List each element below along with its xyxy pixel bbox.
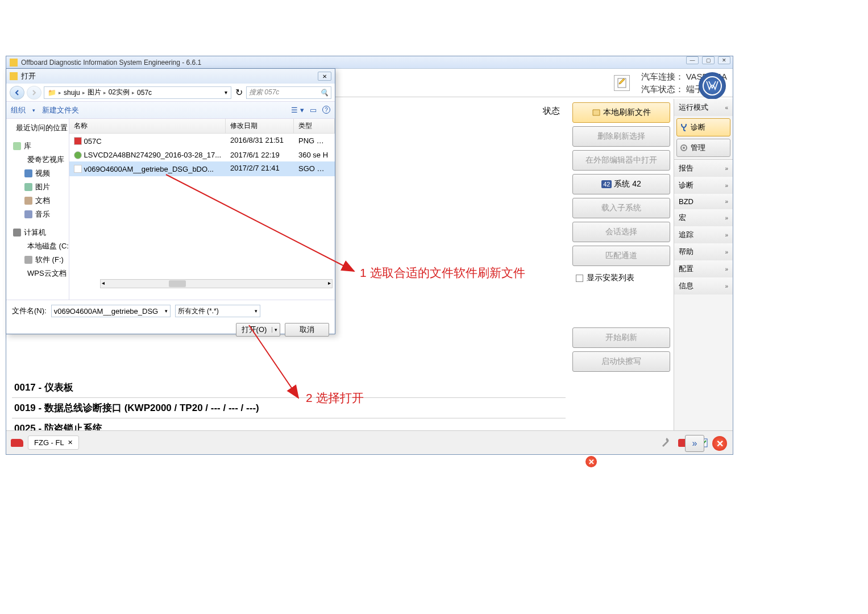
dialog-toolbar: 组织▾ 新建文件夹 ☰ ▾ ▭ ? <box>6 102 335 119</box>
annotation-2: 2 选择打开 <box>306 390 364 406</box>
horizontal-scrollbar[interactable]: ◂ ▸ <box>100 279 333 288</box>
sidebar-trace[interactable]: 追踪» <box>674 226 733 243</box>
minimize-button[interactable]: — <box>686 56 699 64</box>
next-button[interactable]: » <box>685 435 704 452</box>
file-list: 名称 修改日期 类型 057C 2016/8/31 21:51 PNG 图像 L… <box>69 119 335 300</box>
breadcrumb-path[interactable]: 📁 ▸shuju ▸图片 ▸02实例 ▸057c ▾ <box>44 86 231 99</box>
start-flash-button[interactable]: 启动快擦写 <box>572 351 670 372</box>
folder-tree: 最近访问的位置 库 爱奇艺视库 视频 图片 文档 音乐 计算机 本地磁盘 (C:… <box>6 119 69 300</box>
sidebar-run-mode[interactable]: 运行模式« <box>674 99 733 116</box>
tree-recent[interactable]: 最近访问的位置 <box>9 121 67 135</box>
sidebar-config[interactable]: 配置» <box>674 260 733 277</box>
open-external-button[interactable]: 在外部编辑器中打开 <box>572 150 670 171</box>
delete-selection-button[interactable]: 删除刷新选择 <box>572 126 670 147</box>
search-input[interactable]: 搜索 057c 🔍 <box>246 86 331 99</box>
tree-disk-c[interactable]: 本地磁盘 (C:) <box>9 239 67 253</box>
car-icon <box>11 439 23 447</box>
sidebar-bzd[interactable]: BZD» <box>674 194 733 209</box>
svg-point-3 <box>683 147 685 149</box>
tree-disk-f[interactable]: 软件 (F:) <box>9 253 67 267</box>
dialog-nav: 📁 ▸shuju ▸图片 ▸02实例 ▸057c ▾ ↻ 搜索 057c 🔍 <box>6 84 335 102</box>
file-open-dialog: 打开 ✕ 📁 ▸shuju ▸图片 ▸02实例 ▸057c ▾ ↻ 搜索 057… <box>6 68 335 334</box>
tree-wps[interactable]: WPS云文档 <box>9 267 67 280</box>
col-date[interactable]: 修改日期 <box>226 119 294 133</box>
close-button[interactable]: ✕ <box>718 56 730 64</box>
file-row[interactable]: LSVCD2A48BN274290_2016-03-28_17... 2017/… <box>69 148 335 161</box>
tree-library[interactable]: 库 <box>9 139 67 153</box>
module-row[interactable]: 0017 - 仪表板 <box>12 377 566 398</box>
sidebar-macro[interactable]: 宏» <box>674 209 733 226</box>
vw-logo <box>699 72 726 99</box>
session-select-button[interactable]: 会话选择 <box>572 222 670 242</box>
file-row[interactable]: 057C 2016/8/31 21:51 PNG 图像 <box>69 134 335 148</box>
wrench-icon[interactable] <box>659 435 674 450</box>
action-panel: 本地刷新文件 删除刷新选择 在外部编辑器中打开 42 系统 42 载入子系统 会… <box>572 102 670 372</box>
cancel-button[interactable]: 取消 <box>285 323 329 337</box>
show-install-checkbox[interactable]: 显示安装列表 <box>572 269 670 287</box>
bottom-bar: FZG - FL ✕ » ✕ <box>6 430 733 454</box>
tree-documents[interactable]: 文档 <box>9 194 67 208</box>
dialog-titlebar: 打开 ✕ <box>6 69 335 84</box>
open-button[interactable]: 打开(O)▾ <box>236 323 280 337</box>
annotation-1: 1 选取合适的文件软件刷新文件 <box>360 265 525 281</box>
sidebar-admin-button[interactable]: 管理 <box>676 139 730 157</box>
tree-computer[interactable]: 计算机 <box>9 226 67 239</box>
col-type[interactable]: 类型 <box>294 119 335 133</box>
app-icon <box>10 59 18 67</box>
view-menu[interactable]: ☰ ▾ <box>291 106 304 114</box>
filename-label: 文件名(N): <box>12 306 47 316</box>
app-titlebar: Offboard Diagnostic Information System E… <box>6 56 733 69</box>
sidebar-diagnosis-button[interactable]: 诊断 <box>676 118 730 136</box>
tree-iqiyi[interactable]: 爱奇艺视库 <box>9 153 67 167</box>
tree-pictures[interactable]: 图片 <box>9 180 67 194</box>
module-row[interactable]: 0019 - 数据总线诊断接口 (KWP2000 / TP20 / --- / … <box>12 398 566 418</box>
preview-pane-toggle[interactable]: ▭ <box>310 106 317 114</box>
sidebar-diagnosis2[interactable]: 诊断» <box>674 177 733 194</box>
nav-forward-button[interactable] <box>27 86 41 99</box>
sidebar-report[interactable]: 报告» <box>674 160 733 177</box>
start-refresh-button[interactable]: 开始刷新 <box>572 327 670 348</box>
help-icon[interactable]: ? <box>322 106 330 114</box>
new-folder-button[interactable]: 新建文件夹 <box>42 105 79 115</box>
note-icon[interactable] <box>614 75 630 91</box>
dialog-close-button[interactable]: ✕ <box>318 72 331 81</box>
sidebar-info[interactable]: 信息» <box>674 277 733 294</box>
app-title: Offboard Diagnostic Information System E… <box>21 59 201 67</box>
filetype-filter[interactable]: 所有文件 (*.*)▾ <box>175 305 260 317</box>
close-tab-icon[interactable]: ✕ <box>68 439 73 446</box>
local-refresh-button[interactable]: 本地刷新文件 <box>572 102 670 123</box>
tree-music[interactable]: 音乐 <box>9 208 67 221</box>
error-icon: ✕ <box>585 456 597 467</box>
bottom-tab[interactable]: FZG - FL ✕ <box>28 435 79 450</box>
load-subsystem-button[interactable]: 载入子系统 <box>572 198 670 218</box>
match-channel-button[interactable]: 匹配通道 <box>572 246 670 266</box>
search-icon: 🔍 <box>320 89 329 97</box>
col-name[interactable]: 名称 <box>69 119 226 133</box>
filename-input[interactable]: v069O4600AM__getriebe_DSG▾ <box>51 305 171 317</box>
nav-back-button[interactable] <box>10 86 24 99</box>
tree-video[interactable]: 视频 <box>9 167 67 180</box>
file-row-selected[interactable]: v069O4600AM__getriebe_DSG_bDO... 2017/2/… <box>69 161 335 176</box>
right-sidebar: 运行模式« 诊断 管理 报告» 诊断» BZD» 宏» 追踪» 帮助» 配置» … <box>674 99 733 451</box>
organize-menu[interactable]: 组织 <box>11 105 26 115</box>
dialog-icon <box>10 72 18 80</box>
system-button[interactable]: 42 系统 42 <box>572 174 670 194</box>
dialog-title: 打开 <box>21 71 36 81</box>
maximize-button[interactable]: ▢ <box>702 56 715 64</box>
sidebar-help[interactable]: 帮助» <box>674 243 733 260</box>
column-status: 状态 <box>536 103 567 119</box>
close-round-button[interactable]: ✕ <box>712 436 727 451</box>
svg-point-1 <box>703 77 721 95</box>
